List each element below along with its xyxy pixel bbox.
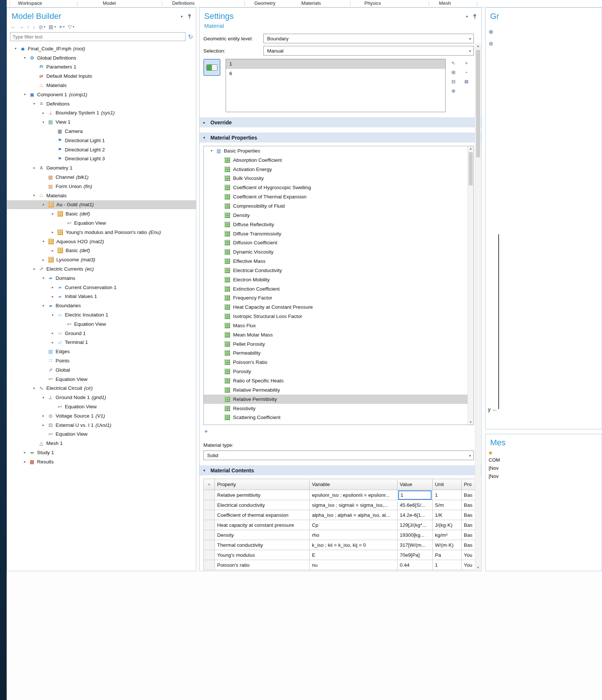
expand-icon[interactable]: ▸	[49, 341, 57, 344]
material-property-item[interactable]: Coefficient of Hygroscopic Swelling	[204, 183, 473, 192]
pin-icon[interactable]	[187, 14, 192, 19]
material-property-item[interactable]: Coefficient of Thermal Expansion	[204, 192, 473, 201]
zoom-icon[interactable]: ⊕	[489, 29, 493, 35]
collapse-icon[interactable]: ▾	[49, 212, 57, 216]
tree-item[interactable]: ▸Initial Values 1	[7, 292, 196, 301]
table-row[interactable]: Poisson's rationu0.441You	[204, 560, 480, 570]
tree-item[interactable]: ▾View 1	[7, 117, 196, 127]
dropdown-arrow-icon[interactable]: ▾	[73, 25, 74, 29]
material-property-item[interactable]: Heat Capacity at Constant Pressure	[204, 302, 473, 312]
material-property-item[interactable]: Pellet Porosity	[204, 339, 473, 349]
collapse-icon[interactable]: ▾	[30, 386, 38, 390]
tree-item[interactable]: ▸Basic(def)	[7, 246, 196, 255]
material-properties-section-header[interactable]: ▾ Material Properties	[200, 133, 481, 143]
tree-item[interactable]: ▾Boundaries	[7, 301, 196, 310]
expand-icon[interactable]: ▸	[49, 249, 57, 252]
expand-icon[interactable]: ▸	[39, 258, 47, 262]
tree-item[interactable]: Camera	[7, 127, 196, 136]
tree-item[interactable]: ▸Boundary System 1(sys1)	[7, 108, 196, 118]
chevron-down-icon[interactable]: ▾	[181, 14, 183, 19]
show-icon[interactable]: ◎	[39, 24, 43, 30]
tree-item[interactable]: Equation View	[7, 218, 196, 228]
material-property-item[interactable]: Extinction Coefficient	[204, 284, 473, 294]
material-property-item[interactable]: Relative Permeability	[204, 385, 473, 395]
column-header-variable[interactable]: Variable	[310, 479, 398, 490]
tree-item[interactable]: Equation View	[7, 402, 196, 411]
tree-item[interactable]: Parameters 1	[7, 63, 196, 72]
chevron-down-icon[interactable]: ▾	[466, 14, 468, 19]
expand-icon[interactable]: ▸	[21, 460, 29, 463]
material-property-item[interactable]: Mass Flux	[204, 321, 473, 330]
material-property-item[interactable]: Dynamic Viscosity	[204, 247, 473, 257]
paste-selection-icon[interactable]: ⊟	[450, 78, 457, 85]
tree-item[interactable]: Form Union(fin)	[7, 182, 196, 191]
collapse-icon[interactable]: ▾	[203, 469, 207, 472]
value-cell[interactable]: 14.2e-6[1...	[398, 510, 433, 520]
scroll-up-icon[interactable]: ▲	[475, 44, 481, 48]
move-up-icon[interactable]: ↑	[27, 24, 30, 30]
material-property-item[interactable]: Absorption Coefficient	[204, 155, 473, 165]
material-property-item[interactable]: Diffusion Coefficient	[204, 238, 473, 247]
material-property-item[interactable]: Poisson's Ratio	[204, 358, 473, 367]
selection-list[interactable]: 16	[226, 59, 446, 112]
tree-item[interactable]: ▾Domains	[7, 274, 196, 283]
tree-item[interactable]: ▸Current Conservation 1	[7, 283, 196, 292]
tree-item[interactable]: ▸Lysosome(mat3)	[7, 255, 196, 264]
expand-icon[interactable]: ▸	[49, 230, 57, 234]
column-header-value[interactable]: Value	[398, 479, 433, 490]
tree-item[interactable]: ▾Electric Insulation 1	[7, 310, 196, 319]
go-forward-icon[interactable]: →	[19, 24, 24, 30]
material-property-item[interactable]: Density	[204, 211, 473, 220]
tree-item[interactable]: Points	[7, 356, 196, 365]
collapse-icon[interactable]: ▾	[207, 149, 216, 153]
tree-item[interactable]: ▾Electric Currents(ec)	[7, 264, 196, 274]
create-selection-icon[interactable]: ↖	[450, 60, 457, 66]
material-property-item[interactable]: Mean Molar Mass	[204, 330, 473, 339]
material-type-select[interactable]: Solid ▾	[203, 451, 474, 460]
expand-icon[interactable]: ▸	[21, 451, 29, 454]
move-down-icon[interactable]: ↓	[33, 24, 36, 30]
column-header-property[interactable]: Property	[215, 479, 310, 490]
material-property-item[interactable]: Electrical Conductivity	[204, 266, 473, 275]
tree-item[interactable]: ▸Ground 1	[7, 329, 196, 338]
tree-item[interactable]: Materials	[7, 81, 196, 90]
collapse-icon[interactable]: ▾	[11, 47, 20, 50]
value-cell[interactable]: 317[W/(m...	[398, 540, 433, 550]
tree-item[interactable]: ▸Voltage Source 1(V1)	[7, 411, 196, 421]
tree-item[interactable]: ▾Final_Code_IP.mph(root)	[7, 44, 196, 53]
ribbon-tab-geometry[interactable]: Geometry	[254, 0, 275, 6]
collapse-icon[interactable]: ▾	[203, 136, 207, 140]
tree-item[interactable]: Directional Light 3	[7, 154, 196, 164]
tree-item[interactable]: ▾Definitions	[7, 99, 196, 108]
scroll-down-icon[interactable]: ▼	[475, 566, 481, 569]
geometric-entity-level-select[interactable]: Boundary ▾	[263, 34, 474, 43]
dropdown-arrow-icon[interactable]: ▾	[54, 25, 56, 29]
tree-item[interactable]: ▸External U vs. I 1(Uvsl1)	[7, 421, 196, 430]
expand-icon[interactable]: ▸	[39, 423, 47, 427]
ribbon-tab-physics[interactable]: Physics	[365, 0, 381, 6]
remove-from-selection-icon[interactable]: −	[463, 69, 470, 76]
tree-item[interactable]: Equation View	[7, 375, 196, 384]
tree-item[interactable]: ▸Study 1	[7, 448, 196, 457]
expand-all-icon[interactable]: ≡	[59, 24, 62, 30]
material-property-item[interactable]: Ratio of Specific Heats	[204, 376, 473, 385]
column-header-unit[interactable]: Unit	[433, 479, 462, 490]
clear-selection-icon[interactable]: ⊠	[463, 78, 470, 85]
tree-item[interactable]: ▾Global Definitions	[7, 53, 196, 63]
expand-icon[interactable]: ▸	[49, 285, 57, 289]
table-row[interactable]: Young's modulusE70e9[Pa]PaYou	[204, 550, 480, 560]
active-selection-toggle[interactable]	[203, 59, 220, 76]
material-property-item[interactable]: Compressibility of Fluid	[204, 201, 473, 211]
tree-item[interactable]: ▾Ground Node 1(gnd1)	[7, 393, 196, 402]
dropdown-arrow-icon[interactable]: ▾	[63, 25, 64, 29]
selection-list-item[interactable]: 6	[226, 69, 445, 78]
add-property-button[interactable]: +	[204, 428, 212, 436]
selection-select[interactable]: Manual ▾	[263, 46, 474, 56]
filter-icon[interactable]: ▽	[68, 24, 71, 30]
settings-scrollbar[interactable]: ▲ ▼	[475, 43, 481, 570]
material-property-item[interactable]: Resistivity	[204, 404, 473, 413]
tree-item[interactable]: ▾Materials	[7, 191, 196, 200]
value-cell[interactable]: 19300[kg...	[398, 530, 433, 540]
scroll-up-icon[interactable]: ▲	[468, 147, 473, 150]
material-property-item[interactable]: Porosity	[204, 367, 473, 376]
